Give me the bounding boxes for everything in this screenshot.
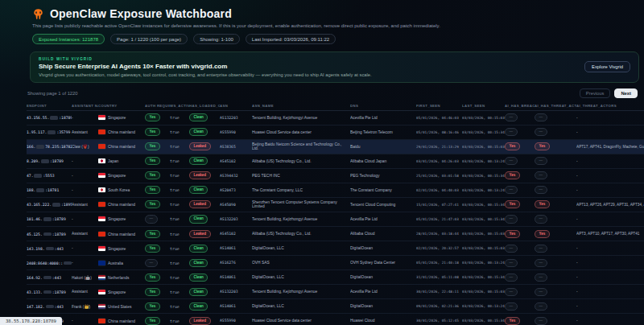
cell-last-seen: 03/03/2026, 00:15:34 (462, 168, 505, 183)
explore-vivgrid-button[interactable]: Explore Vivgrid (584, 61, 630, 72)
endpoint-link[interactable]: 2408:8640:4000::1a6b:18789 (27, 261, 72, 265)
cell-dns: Baidu (350, 139, 416, 154)
auth-required-badge: Yes (145, 142, 160, 150)
redacted-ip-block (50, 116, 58, 120)
cell-ai-has-threat-actor: — (535, 110, 576, 125)
cell-endpoint: 188.:18781 (27, 183, 72, 197)
column-header: AI_HAS_THREAT_ACTOR (535, 101, 576, 111)
auth-required-badge: — (145, 215, 158, 223)
endpoint-link[interactable]: 143.198.:443 (27, 247, 64, 251)
endpoint-link[interactable]: 43.156.55.:18789 (27, 116, 72, 120)
cell-dns: DigitalOcean (350, 270, 416, 285)
exposed-instances-badge: Exposed Instances: 121878 (32, 34, 105, 44)
cell-dns: Huawei Cloud (350, 314, 416, 325)
table-row: 101.46.:18789-Singapore—trueCleanAS13220… (27, 212, 644, 226)
cell-last-seen: 03/03/2026, 00:15:34 (462, 212, 505, 226)
endpoint-link[interactable]: 45.125.:18789 (27, 232, 66, 237)
cell-ws-active: true (170, 212, 189, 226)
breach-badge: Yes (505, 317, 520, 325)
cell-asn-name: Huawei Cloud Service data center (252, 125, 350, 139)
cell-ai-has-threat-actor: Yes (535, 197, 576, 212)
flag-icon (98, 144, 105, 149)
endpoint-link[interactable]: 43.133.:18789 (27, 290, 66, 294)
cell-dns: Acevilla Pte Ltd (350, 110, 416, 125)
column-header: DNS (350, 101, 416, 111)
endpoint-link[interactable]: 166.78.235:18782 (27, 145, 72, 149)
cell-asn-name: Beijing Baidu Netcom Science and Technol… (252, 139, 350, 154)
cell-first-seen: 05/01/2026, 21:47:03 (416, 212, 462, 226)
flag-icon (98, 290, 105, 294)
cell-last-seen: 03/03/2026, 00:15:34 (462, 270, 505, 285)
threat-actor-badge: — (535, 317, 547, 325)
flag-icon (98, 304, 105, 309)
endpoint-link[interactable]: 188.:18781 (27, 188, 59, 192)
breach-badge: Yes (505, 200, 520, 208)
auth-required-badge: Yes (145, 317, 160, 325)
creds-status-badge: Clean (189, 274, 208, 282)
country-label: Singapore (108, 116, 126, 120)
table-row: 2408:8640:4000::1a6b:18789-Australia—tru… (27, 256, 644, 270)
showing-range-badge: Showing: 1-100 (193, 34, 240, 44)
cell-first-seen: 29/01/2026, 21:13:29 (416, 139, 462, 154)
cell-auth-required: Yes (145, 139, 170, 154)
next-page-button[interactable]: Next (614, 88, 638, 98)
cell-ai-has-breach: Yes (505, 227, 535, 241)
cell-dns: The Constant Company (350, 183, 416, 197)
cell-country: China mainland (98, 197, 145, 212)
cell-auth-required: — (145, 212, 170, 226)
threat-actor-badge: — (535, 157, 547, 165)
cell-threat-actors: APT17, APT41, DragonFly, Machete, Gui… (576, 139, 644, 154)
cell-asn: AS394432 (220, 168, 252, 183)
cell-loaded-creds: Leaked (189, 139, 220, 154)
auth-required-badge: Yes (145, 288, 160, 296)
cell-ws-active: true (170, 227, 189, 241)
country-label: Singapore (108, 247, 126, 251)
auth-required-badge: — (145, 259, 158, 267)
cell-assistant-name: - (72, 168, 98, 183)
threat-actor-badge: — (535, 128, 547, 136)
cell-country: South Korea (98, 183, 145, 197)
creds-status-badge: Clean (189, 186, 208, 194)
creds-status-badge: Leaked (189, 317, 211, 325)
endpoint-link[interactable]: 164.92.:443 (27, 276, 61, 280)
table-row: 45.125.:18789AssistantChina mainlandYest… (27, 227, 644, 241)
endpoint-link[interactable]: 43.165.222.:18959 (27, 203, 72, 207)
cell-loaded-creds: Clean (189, 154, 220, 168)
cell-asn: AS14061 (220, 241, 252, 256)
cell-ws-active: true (170, 270, 189, 285)
cell-asn: AS45090 (220, 197, 252, 212)
table-row: 188.:18781-South KoreaYestrueCleanAS2047… (27, 183, 644, 197)
endpoint-link[interactable]: 101.46.:18789 (27, 217, 66, 221)
endpoint-link[interactable]: 47.:5553 (27, 174, 55, 178)
cell-endpoint: 2408:8640:4000::1a6b:18789 (27, 256, 72, 270)
cell-first-seen: 03/01/2026, 04:26:03 (416, 154, 462, 168)
cell-asn: AS45102 (220, 227, 252, 241)
banner-headline: Ship Secure Enterprise AI Agents 10× Fas… (39, 63, 372, 70)
endpoint-link[interactable]: 1.95.117.:35799 (27, 130, 70, 134)
cell-ai-has-threat-actor: — (535, 154, 576, 168)
creds-status-badge: Leaked (189, 171, 211, 179)
creds-status-badge: Leaked (189, 230, 211, 238)
stats-badges: Exposed Instances: 121878 Page: 1 / 1220… (32, 34, 644, 44)
breach-badge: — (505, 113, 518, 121)
creds-status-badge: Leaked (189, 200, 211, 208)
cell-endpoint: 43.156.55.:18789 (27, 110, 72, 125)
previous-page-button[interactable]: Previous (580, 88, 611, 98)
column-header: ASN_NAME (252, 101, 350, 111)
page-subtitle: This page lists publicly reachable activ… (32, 23, 644, 28)
endpoint-link[interactable]: 147.182.:443 (27, 305, 64, 309)
table-row: 164.92.:443Hakori (🤖)NetherlandsYestrueC… (27, 270, 644, 285)
flag-icon (98, 115, 105, 120)
country-label: China mainland (108, 232, 135, 237)
column-header: WS_ACTIVE (170, 101, 189, 111)
cell-ai-has-breach: — (505, 212, 535, 226)
endpoint-link[interactable]: 8.209.:18789 (27, 159, 64, 163)
cell-asn: AS45102 (220, 154, 252, 168)
redacted-ip-block (43, 232, 52, 237)
flag-icon (98, 130, 105, 134)
cell-ws-active: true (170, 314, 189, 325)
cell-ai-has-breach: — (505, 183, 535, 197)
flag-icon (98, 158, 105, 163)
cell-threat-actors: - (576, 125, 644, 139)
cell-last-seen: 03/03/2026, 00:13:24 (462, 256, 505, 270)
